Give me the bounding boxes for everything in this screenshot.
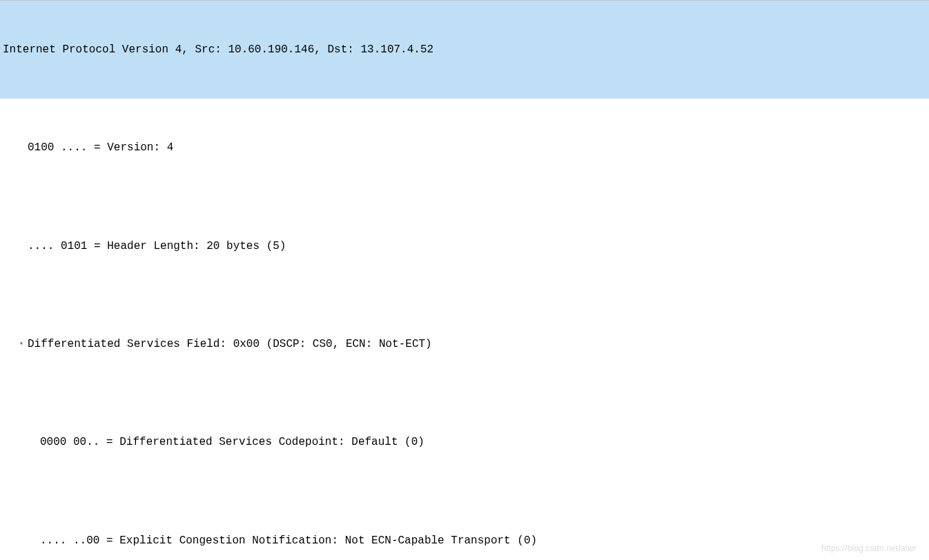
ipv4-dsf-ecn-text: .... ..00 = Explicit Congestion Notifica… [40, 531, 537, 550]
ipv4-dsf-row[interactable]: ▾ Differentiated Services Field: 0x00 (D… [0, 295, 929, 393]
ipv4-header-length-row[interactable]: .... 0101 = Header Length: 20 bytes (5) [0, 197, 929, 295]
ipv4-version-row[interactable]: 0100 .... = Version: 4 [0, 99, 929, 197]
ipv4-version-text: 0100 .... = Version: 4 [28, 138, 173, 157]
ipv4-header-row[interactable]: ▾ Internet Protocol Version 4, Src: 10.6… [0, 1, 929, 99]
ipv4-dsf-codepoint-row[interactable]: 0000 00.. = Differentiated Services Code… [0, 393, 929, 491]
ipv4-header-text: Internet Protocol Version 4, Src: 10.60.… [3, 40, 433, 59]
ipv4-header-length-text: .... 0101 = Header Length: 20 bytes (5) [28, 237, 286, 256]
packet-details-panel: ▾ Internet Protocol Version 4, Src: 10.6… [0, 0, 929, 560]
chevron-down-icon[interactable]: ▾ [0, 43, 1, 56]
ipv4-dsf-codepoint-text: 0000 00.. = Differentiated Services Code… [40, 432, 424, 452]
chevron-down-icon[interactable]: ▾ [17, 338, 26, 350]
ipv4-dsf-text: Differentiated Services Field: 0x00 (DSC… [28, 334, 432, 354]
watermark-text: https://blog.csdn.net/alwr [821, 541, 917, 556]
ipv4-dsf-ecn-row[interactable]: .... ..00 = Explicit Congestion Notifica… [0, 492, 929, 560]
